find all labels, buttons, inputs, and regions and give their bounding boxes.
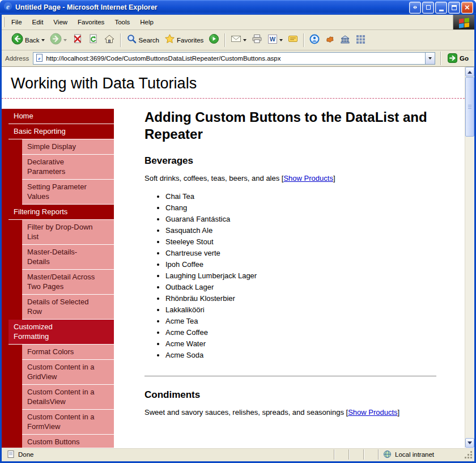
sidebar-item[interactable]: Home: [8, 109, 114, 124]
product-item: Acme Tea: [165, 316, 436, 327]
print-button[interactable]: [249, 32, 265, 48]
forward-button[interactable]: [48, 31, 69, 49]
product-item: Sasquatch Ale: [165, 225, 436, 236]
svg-text:e: e: [39, 56, 41, 61]
resize-grip[interactable]: [464, 449, 473, 460]
address-dropdown-button[interactable]: [425, 53, 435, 64]
sidebar-indent: [8, 180, 22, 205]
scrollbar-track[interactable]: [465, 77, 474, 438]
sidebar-indent: [8, 155, 22, 180]
security-zone-panel: Local intranet: [378, 449, 464, 460]
sidebar-indent: [8, 345, 22, 360]
sidebar-indent: [8, 245, 22, 270]
sidebar-item[interactable]: Master/Detail Across Two Pages: [8, 270, 114, 295]
sidebar-item[interactable]: Customized Formatting: [8, 320, 114, 345]
double-arrow-icon: [411, 6, 419, 9]
scroll-down-button[interactable]: [465, 438, 474, 448]
research-icon: [340, 34, 350, 46]
back-icon: [11, 33, 23, 47]
toolbar-separator: [303, 33, 304, 47]
sidebar-item[interactable]: Setting Parameter Values: [8, 180, 114, 205]
sidebar-item[interactable]: Master-Details-Details: [8, 245, 114, 270]
sidebar-item[interactable]: Filter by Drop-Down List: [8, 220, 114, 245]
category-description: Soft drinks, coffees, teas, beers, and a…: [144, 174, 436, 182]
menu-bar: FileEditViewFavoritesToolsHelp: [2, 15, 474, 30]
sidebar: HomeBasic ReportingSimple DisplayDeclara…: [2, 109, 114, 448]
menu-favorites[interactable]: Favorites: [73, 16, 109, 28]
status-panel: [348, 449, 363, 460]
menu-file[interactable]: File: [6, 16, 27, 28]
menu-view[interactable]: View: [48, 16, 73, 28]
mail-button[interactable]: [228, 32, 249, 48]
search-button[interactable]: Search: [124, 32, 162, 48]
sidebar-item[interactable]: Details of Selected Row: [8, 295, 114, 320]
sidebar-indent: [8, 410, 22, 435]
media-button[interactable]: [206, 32, 222, 48]
browser-viewport: Working with Data Tutorials HomeBasic Re…: [2, 66, 474, 448]
sidebar-item[interactable]: Custom Buttons: [8, 435, 114, 448]
refresh-button[interactable]: [86, 32, 101, 48]
windows-logo-icon: [453, 15, 474, 29]
tiles-button[interactable]: [353, 32, 368, 48]
stop-button[interactable]: [70, 32, 85, 48]
sidebar-item[interactable]: Format Colors: [8, 345, 114, 360]
security-zone-label: Local intranet: [395, 451, 434, 458]
sidebar-indent: [8, 385, 22, 410]
sidebar-indent: [8, 270, 22, 295]
edit-with-word-button[interactable]: W: [265, 32, 285, 48]
scrollbar-thumb[interactable]: [465, 77, 474, 137]
scroll-up-button[interactable]: [465, 67, 474, 77]
product-item: Steeleye Stout: [165, 236, 436, 248]
close-button[interactable]: [461, 2, 473, 14]
sidebar-item[interactable]: Basic Reporting: [8, 124, 114, 139]
title-bar[interactable]: e Untitled Page - Microsoft Internet Exp…: [0, 0, 476, 15]
favorites-button[interactable]: Favorites: [162, 32, 206, 48]
menu-tools[interactable]: Tools: [109, 16, 135, 28]
sidebar-indent: [8, 435, 22, 448]
menu-help[interactable]: Help: [135, 16, 159, 28]
home-button[interactable]: [101, 32, 117, 49]
page-icon: e: [35, 53, 44, 63]
sidebar-item[interactable]: Simple Display: [8, 139, 114, 155]
sidebar-item[interactable]: Custom Content in a GridView: [8, 360, 114, 385]
category-heading: Beverages: [144, 155, 436, 167]
menu-edit[interactable]: Edit: [27, 16, 49, 28]
product-item: Guaraná Fantástica: [165, 214, 436, 225]
mail-icon: [231, 33, 241, 46]
product-item: Outback Lager: [165, 282, 436, 293]
sidebar-item-label: Master-Details-Details: [22, 245, 114, 270]
minimize-button[interactable]: [435, 2, 447, 14]
address-input[interactable]: e http://localhost:3699/Code/CustomButto…: [33, 52, 435, 65]
discuss-button[interactable]: [286, 32, 300, 48]
show-products-link[interactable]: Show Products: [348, 408, 397, 417]
browser-window: e Untitled Page - Microsoft Internet Exp…: [0, 0, 476, 463]
home-icon: [104, 33, 115, 47]
go-button[interactable]: Go: [447, 53, 472, 64]
maximize-button[interactable]: [448, 2, 460, 14]
show-products-link[interactable]: Show Products: [283, 174, 333, 182]
toolbar-grip[interactable]: [3, 17, 5, 27]
titlebar-extra-button-1[interactable]: [409, 2, 421, 14]
sidebar-nav: HomeBasic ReportingSimple DisplayDeclara…: [8, 109, 114, 448]
msn-button[interactable]: [322, 32, 337, 48]
sidebar-item[interactable]: Custom Content in a FormView: [8, 410, 114, 435]
back-button[interactable]: Back: [9, 31, 47, 49]
category-heading: Condiments: [144, 389, 436, 401]
sidebar-item[interactable]: Declarative Parameters: [8, 155, 114, 180]
research-button[interactable]: [338, 32, 352, 48]
chevron-down-icon: [428, 57, 432, 61]
close-icon: [465, 2, 470, 12]
messenger-button[interactable]: [307, 32, 322, 48]
status-text: Done: [18, 451, 34, 458]
category-sections: BeveragesSoft drinks, coffees, teas, bee…: [144, 155, 436, 417]
web-page: Working with Data Tutorials HomeBasic Re…: [2, 67, 465, 448]
sidebar-item[interactable]: Filtering Reports: [8, 205, 114, 220]
forward-dropdown-arrow: [63, 39, 67, 43]
main-content: Adding Custom Buttons to the DataList an…: [144, 109, 436, 448]
status-bar: Done Local intranet: [2, 448, 474, 461]
sidebar-item[interactable]: Custom Content in a DetailsView: [8, 385, 114, 410]
product-list: Chai TeaChangGuaraná FantásticaSasquatch…: [144, 191, 436, 361]
product-item: Chang: [165, 202, 436, 214]
titlebar-extra-button-2[interactable]: [422, 2, 434, 14]
address-bar: Address e http://localhost:3699/Code/Cus…: [2, 50, 474, 66]
